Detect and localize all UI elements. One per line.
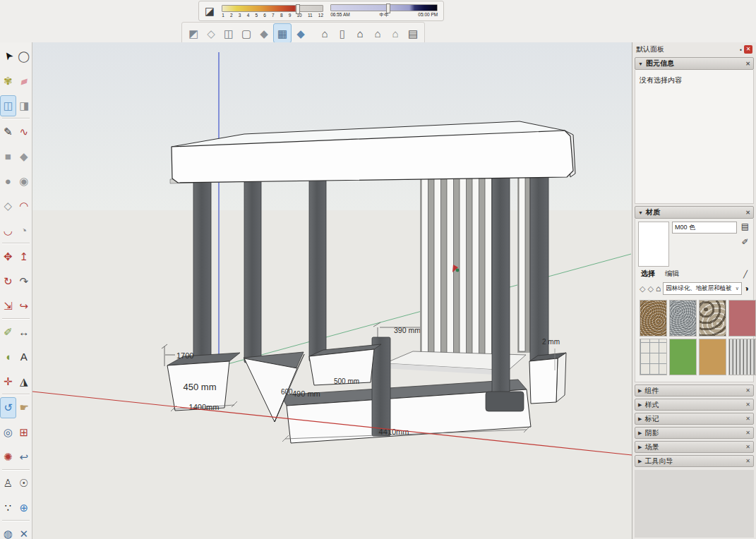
select-tool[interactable]: ➤ bbox=[1, 47, 16, 66]
column-2[interactable] bbox=[244, 175, 261, 363]
slat-fence[interactable] bbox=[420, 174, 541, 363]
3d-text-tool[interactable]: ◮ bbox=[16, 372, 31, 392]
tag-tool[interactable]: ◨ bbox=[17, 96, 32, 116]
view-iso-button[interactable]: ⌂ bbox=[316, 24, 333, 42]
material-swatch-gravel-gray[interactable] bbox=[669, 300, 697, 337]
material-swatch-grass-green[interactable] bbox=[669, 339, 697, 375]
offset-tool[interactable]: ↪ bbox=[16, 296, 31, 316]
material-swatch-cobblestone[interactable] bbox=[699, 300, 726, 337]
circle-tool[interactable]: ● bbox=[1, 171, 16, 191]
zoom-extents-tool[interactable]: ✺ bbox=[1, 447, 16, 467]
face-style-shaded-with-textures-button[interactable]: ▦ bbox=[273, 23, 292, 43]
view-left-button[interactable]: ▤ bbox=[404, 24, 421, 42]
section-bar-工具向导[interactable]: ▶工具向导✕ bbox=[635, 455, 754, 467]
section-bar-场景[interactable]: ▶场景✕ bbox=[635, 441, 754, 453]
date-slider-track[interactable] bbox=[222, 5, 323, 12]
view-front-button[interactable]: ⌂ bbox=[352, 24, 368, 42]
move-tool[interactable]: ✥ bbox=[1, 247, 16, 267]
eraser-tool[interactable]: ▰ bbox=[16, 71, 31, 91]
material-category-dropdown[interactable]: 园林绿化、地被层和植被 ∨ bbox=[663, 282, 742, 295]
face-style-back-edges-button[interactable]: ◇ bbox=[203, 24, 220, 42]
orbit-tool[interactable]: ↺ bbox=[0, 397, 16, 418]
column-1[interactable] bbox=[193, 176, 211, 361]
material-swatch-sand-tan[interactable] bbox=[699, 339, 726, 375]
shadow-toggle-icon[interactable]: ◪ bbox=[205, 6, 215, 16]
face-style-hidden-line-button[interactable]: ▢ bbox=[238, 24, 255, 42]
section-close-icon[interactable]: ✕ bbox=[745, 458, 750, 464]
column-3[interactable] bbox=[309, 174, 326, 361]
forward-arrow-icon[interactable]: ◇ bbox=[647, 284, 653, 293]
material-name-field[interactable]: M00 色 bbox=[672, 222, 737, 234]
materials-header[interactable]: ▼ 材质 ✕ bbox=[635, 206, 754, 219]
sample-paint-icon[interactable]: ╱ bbox=[743, 270, 748, 278]
protractor-tool[interactable]: ◖ bbox=[1, 347, 16, 367]
section-close-icon[interactable]: ✕ bbox=[745, 430, 750, 436]
material-swatch-gravel-brown[interactable] bbox=[640, 300, 667, 337]
section-plane-tool[interactable]: ⊕ bbox=[16, 498, 31, 518]
pedestal-right-box[interactable] bbox=[529, 353, 566, 404]
face-style-xray-button[interactable]: ◩ bbox=[185, 24, 202, 42]
time-slider-handle[interactable] bbox=[386, 4, 390, 13]
section-close-icon[interactable]: ✕ bbox=[745, 401, 750, 408]
axes-tool[interactable]: ✛ bbox=[1, 372, 16, 392]
extra-tool-b-tool[interactable]: ✕ bbox=[16, 524, 31, 539]
zoom-previous-tool[interactable]: ↩ bbox=[16, 447, 31, 467]
3d-viewport[interactable]: 390 mm bbox=[32, 42, 632, 539]
walk-tool[interactable]: ∵ bbox=[1, 498, 16, 518]
date-slider-handle[interactable] bbox=[296, 4, 300, 14]
section-close-icon[interactable]: ✕ bbox=[745, 387, 750, 394]
tray-title-bar[interactable]: 默认面板 ▪ ✕ bbox=[635, 44, 754, 55]
pie-tool[interactable]: ◔ bbox=[16, 221, 31, 241]
paint-bucket-tool[interactable]: ✾ bbox=[1, 71, 16, 91]
polygon-tool[interactable]: ◇ bbox=[1, 196, 16, 216]
section-bar-阴影[interactable]: ▶阴影✕ bbox=[635, 427, 754, 439]
lasso-select-tool[interactable]: ◯ bbox=[16, 47, 31, 66]
column-5[interactable] bbox=[492, 176, 510, 409]
material-swatch-fence-slats[interactable] bbox=[728, 339, 756, 375]
scale-tool[interactable]: ⇲ bbox=[1, 296, 16, 316]
column-4[interactable] bbox=[372, 337, 390, 436]
view-back-button[interactable]: ⌂ bbox=[387, 24, 404, 42]
rotated-rectangle-tool[interactable]: ◆ bbox=[16, 147, 31, 166]
line-tool[interactable]: ✎ bbox=[1, 122, 16, 142]
freehand-tool[interactable]: ∿ bbox=[16, 122, 31, 142]
zoom-tool[interactable]: ◎ bbox=[1, 423, 16, 442]
arc-tool[interactable]: ◠ bbox=[16, 196, 31, 216]
section-close-icon[interactable]: ✕ bbox=[745, 444, 750, 450]
text-tool[interactable]: A bbox=[16, 347, 31, 367]
two-point-arc-tool[interactable]: ◡ bbox=[1, 221, 16, 241]
extra-tool-a-tool[interactable]: ◍ bbox=[1, 524, 16, 539]
tape-measure-tool[interactable]: ✐ bbox=[1, 322, 16, 342]
zoom-window-tool[interactable]: ⊞ bbox=[16, 423, 31, 442]
ellipse-tool[interactable]: ◉ bbox=[16, 171, 31, 191]
model-canvas[interactable]: 390 mm bbox=[32, 42, 632, 539]
face-style-wireframe-button[interactable]: ◫ bbox=[220, 24, 237, 42]
section-bar-样式[interactable]: ▶样式✕ bbox=[635, 399, 754, 411]
view-top-button[interactable]: ▯ bbox=[334, 24, 351, 42]
tab-select[interactable]: 选择 bbox=[641, 269, 655, 279]
paint-roller-icon[interactable]: ✐ bbox=[741, 237, 748, 247]
dimension-tool[interactable]: ↔ bbox=[16, 322, 31, 342]
details-icon[interactable]: ◑ bbox=[744, 284, 749, 293]
home-icon[interactable]: ⌂ bbox=[656, 284, 661, 293]
face-style-monochrome-button[interactable]: ◆ bbox=[292, 24, 309, 42]
material-swatch-rose-solid[interactable] bbox=[728, 300, 756, 337]
tray-pin-icon[interactable]: ▪ bbox=[740, 47, 742, 53]
shadow-date-slider[interactable]: 123456789101112 bbox=[222, 5, 323, 18]
make-component-tool[interactable]: ◫ bbox=[0, 95, 16, 116]
section-close-icon[interactable]: ✕ bbox=[745, 416, 750, 422]
material-preview-swatch[interactable] bbox=[638, 222, 669, 267]
section-bar-标记[interactable]: ▶标记✕ bbox=[635, 413, 754, 425]
shadow-time-slider[interactable]: 06:55 AM 中午 05:00 PM bbox=[330, 4, 438, 18]
tray-close-icon[interactable]: ✕ bbox=[744, 45, 752, 54]
back-arrow-icon[interactable]: ◇ bbox=[640, 284, 645, 293]
rotate-tool[interactable]: ↻ bbox=[1, 272, 16, 291]
pan-tool[interactable]: ☛ bbox=[17, 398, 32, 418]
material-swatch-pavers[interactable] bbox=[640, 339, 667, 375]
entity-info-close-icon[interactable]: ✕ bbox=[745, 61, 750, 67]
tab-edit[interactable]: 编辑 bbox=[665, 269, 679, 279]
look-around-tool[interactable]: ☉ bbox=[16, 473, 31, 493]
face-style-shaded-button[interactable]: ◆ bbox=[256, 24, 272, 42]
entity-info-header[interactable]: ▼ 图元信息 ✕ bbox=[635, 57, 754, 70]
materials-close-icon[interactable]: ✕ bbox=[745, 210, 750, 216]
